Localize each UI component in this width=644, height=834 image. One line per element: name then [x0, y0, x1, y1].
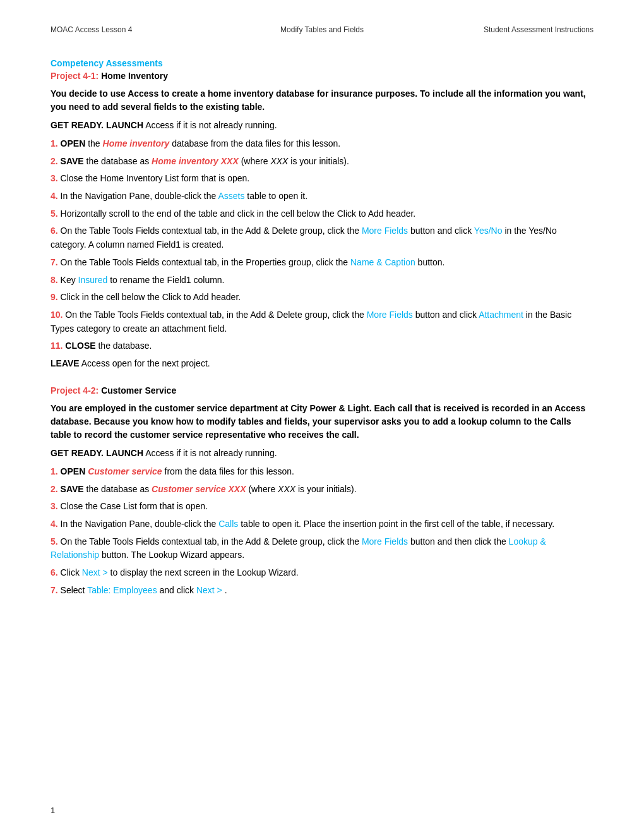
- step-colored: More Fields: [367, 310, 413, 320]
- step-text: the database as: [86, 484, 152, 494]
- getready-label: GET READY. LAUNCH: [51, 120, 143, 130]
- page: MOAC Access Lesson 4 Modify Tables and F…: [0, 0, 644, 834]
- step-1-11: 11. CLOSE the database.: [51, 339, 593, 353]
- step-num: 2.: [51, 156, 58, 166]
- step-colored: More Fields: [362, 536, 408, 547]
- step-colored: Next >: [82, 567, 108, 577]
- step-rest: table to open it. Place the insertion po…: [241, 519, 554, 529]
- step-text: Close the Case List form that is open.: [61, 501, 208, 511]
- section-title: Competency Assessments: [51, 58, 593, 68]
- step-1-6: 6. On the Table Tools Fields contextual …: [51, 224, 593, 251]
- step-colored: Name & Caption: [350, 257, 415, 267]
- leave-text: Access open for the next project.: [81, 358, 210, 368]
- project1-title: Project 4-1: Home Inventory: [51, 71, 593, 81]
- step-rest: database from the data files for this le…: [172, 138, 340, 148]
- page-header: MOAC Access Lesson 4 Modify Tables and F…: [51, 25, 593, 39]
- step-mid: button and click: [410, 226, 474, 236]
- step-text: Click: [61, 567, 82, 577]
- step-bold: SAVE: [61, 484, 84, 494]
- step-rest: table to open it.: [247, 191, 307, 201]
- step-text: On the Table Tools Fields contextual tab…: [61, 226, 362, 236]
- step-text: the database as: [86, 156, 152, 166]
- step-2-2: 2. SAVE the database as Customer service…: [51, 483, 593, 497]
- project1-getready: GET READY. LAUNCH Access if it is not al…: [51, 119, 593, 132]
- step-rest: button. The Lookup Wizard appears.: [102, 550, 244, 560]
- step-1-7: 7. On the Table Tools Fields contextual …: [51, 256, 593, 270]
- project1-label: Project 4-1:: [51, 71, 98, 81]
- step-colored: Insured: [78, 275, 108, 285]
- project2-intro: You are employed in the customer service…: [51, 402, 593, 442]
- step-colored2: Next >: [196, 585, 222, 595]
- step-rest: .: [225, 585, 227, 595]
- step-num: 3.: [51, 173, 58, 183]
- step-rest: to display the next screen in the Lookup…: [110, 567, 299, 577]
- step-text: Key: [61, 275, 78, 285]
- step-text: Horizontally scroll to the end of the ta…: [61, 208, 416, 219]
- step-1-5: 5. Horizontally scroll to the end of the…: [51, 207, 593, 221]
- project1-intro: You decide to use Access to create a hom…: [51, 87, 593, 114]
- project2-label: Project 4-2:: [51, 385, 98, 396]
- step-text: In the Navigation Pane, double-click the: [61, 191, 218, 201]
- step-1-3: 3. Close the Home Inventory List form th…: [51, 172, 593, 186]
- step-italic-colored: Home inventory XXX: [152, 156, 239, 166]
- project1-name-text: Home Inventory: [101, 71, 168, 81]
- step-num: 8.: [51, 275, 58, 285]
- step-num: 1.: [51, 466, 58, 476]
- step-mid: button and click: [415, 310, 479, 320]
- step-colored2: Yes/No: [474, 226, 503, 236]
- project2-getready: GET READY. LAUNCH Access if it is not al…: [51, 447, 593, 460]
- step-num: 1.: [51, 138, 58, 148]
- step-colored: Calls: [218, 519, 238, 529]
- step-num: 9.: [51, 292, 58, 302]
- step-num: 4.: [51, 191, 58, 201]
- step-colored: Table: Employees: [87, 585, 157, 595]
- step-1-2: 2. SAVE the database as Home inventory X…: [51, 155, 593, 169]
- step-text: the: [88, 138, 102, 148]
- step-1-9: 9. Click in the cell below the Click to …: [51, 291, 593, 305]
- step-num: 6.: [51, 226, 58, 236]
- step-2-3: 3. Close the Case List form that is open…: [51, 500, 593, 514]
- step-text: Select: [61, 585, 88, 595]
- step-bold: OPEN: [61, 466, 86, 476]
- step-2-4: 4. In the Navigation Pane, double-click …: [51, 517, 593, 531]
- step-num: 3.: [51, 501, 58, 511]
- step-num: 7.: [51, 257, 58, 267]
- step-rest: (where XXX is your initials).: [248, 484, 356, 494]
- step-num: 5.: [51, 536, 58, 547]
- step-italic-colored: Home inventory: [103, 138, 170, 148]
- step-2-1: 1. OPEN Customer service from the data f…: [51, 465, 593, 479]
- step-text: Close the Home Inventory List form that …: [61, 173, 250, 183]
- step-text: the database.: [98, 341, 152, 351]
- step-text: On the Table Tools Fields contextual tab…: [61, 536, 362, 547]
- step-2-5: 5. On the Table Tools Fields contextual …: [51, 535, 593, 562]
- step-rest: from the data files for this lesson.: [165, 466, 294, 476]
- step-text: On the Table Tools Fields contextual tab…: [65, 310, 366, 320]
- step-text: In the Navigation Pane, double-click the: [61, 519, 219, 529]
- step-mid: button and then click the: [410, 536, 509, 547]
- step-italic-colored: Customer service XXX: [152, 484, 246, 494]
- step-1-10: 10. On the Table Tools Fields contextual…: [51, 308, 593, 335]
- step-2-7: 7. Select Table: Employees and click Nex…: [51, 584, 593, 598]
- project2-title: Project 4-2: Customer Service: [51, 385, 593, 396]
- step-rest: (where XXX is your initials).: [241, 156, 349, 166]
- header-center: Modify Tables and Fields: [232, 25, 413, 34]
- page-number: 1: [51, 806, 55, 815]
- step-rest: button.: [418, 257, 445, 267]
- step-num: 4.: [51, 519, 58, 529]
- step-text: On the Table Tools Fields contextual tab…: [61, 257, 350, 267]
- step-num: 5.: [51, 208, 58, 219]
- step-bold: CLOSE: [65, 341, 95, 351]
- step-colored: Assets: [218, 191, 244, 201]
- step-num: 6.: [51, 567, 58, 577]
- step-mid: and click: [160, 585, 196, 595]
- step-1-8: 8. Key Insured to rename the Field1 colu…: [51, 274, 593, 287]
- step-bold: SAVE: [61, 156, 84, 166]
- step-italic-colored: Customer service: [88, 466, 162, 476]
- header-right: Student Assessment Instructions: [412, 25, 593, 34]
- step-num: 7.: [51, 585, 58, 595]
- step-rest: to rename the Field1 column.: [110, 275, 224, 285]
- step-1-1: 1. OPEN the Home inventory database from…: [51, 137, 593, 151]
- project2-name: Customer Service: [101, 385, 176, 396]
- step-num: 2.: [51, 484, 58, 494]
- leave-line: LEAVE Access open for the next project.: [51, 357, 593, 370]
